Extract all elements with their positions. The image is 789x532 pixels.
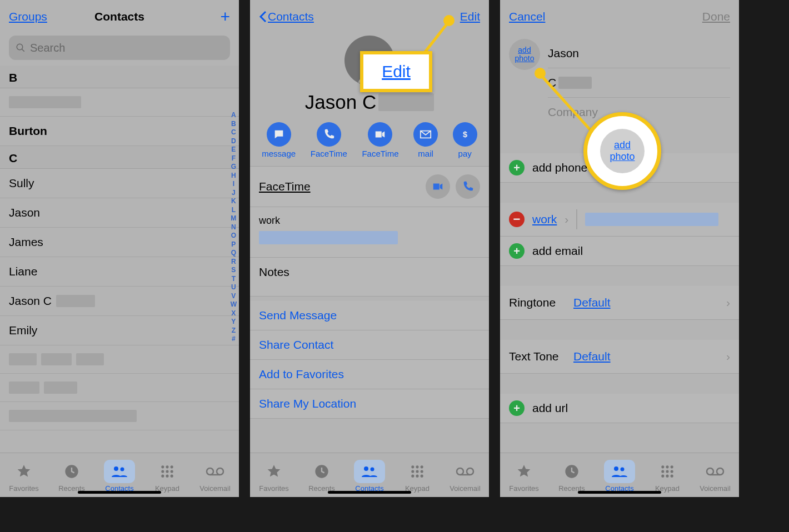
callout-anchor [443, 15, 455, 26]
add-email-row[interactable]: + add email [500, 237, 739, 266]
svg-point-23 [416, 465, 418, 468]
page-title: Contacts [94, 10, 144, 23]
tab-contacts[interactable]: Contacts [349, 460, 389, 493]
contact-detail-screen: Contacts Edit Jason C message FaceTime F… [250, 0, 489, 497]
svg-point-36 [621, 468, 625, 471]
send-message-link[interactable]: Send Message [250, 301, 489, 330]
facetime-call-button[interactable] [456, 174, 480, 199]
list-item[interactable] [0, 345, 239, 374]
texttone-row[interactable]: Text Tone Default › [500, 340, 739, 374]
svg-point-31 [457, 468, 463, 475]
facetime-video-action[interactable]: FaceTime [362, 122, 398, 158]
chevron-right-icon: › [726, 296, 730, 309]
tab-contacts[interactable]: Contacts [600, 460, 640, 493]
work-email-row[interactable]: work [250, 207, 489, 258]
done-button[interactable]: Done [702, 10, 730, 23]
list-item[interactable]: Sully [0, 169, 239, 198]
tab-voicemail[interactable]: Voicemail [195, 460, 235, 493]
tab-recents[interactable]: Recents [302, 460, 342, 493]
home-indicator[interactable] [328, 491, 411, 494]
alpha-index[interactable]: ABCDEFGHIJKLMNOPQRSTUVWXYZ# [231, 111, 237, 344]
list-item[interactable]: Burton [0, 117, 239, 146]
svg-point-28 [411, 475, 414, 478]
list-item[interactable]: Jason C [0, 287, 239, 316]
search-placeholder: Search [30, 42, 65, 54]
svg-point-47 [717, 468, 723, 475]
first-name-field[interactable]: Jason [548, 39, 730, 68]
svg-point-26 [416, 470, 418, 473]
facetime-video-button[interactable] [426, 174, 450, 199]
minus-icon[interactable]: − [509, 212, 525, 227]
tab-keypad[interactable]: Keypad [147, 460, 187, 493]
notes-row[interactable]: Notes [250, 258, 489, 297]
tab-keypad[interactable]: Keypad [397, 460, 437, 493]
edit-button[interactable]: Edit [460, 10, 480, 23]
tab-voicemail[interactable]: Voicemail [445, 460, 485, 493]
section-header-b: B [0, 66, 239, 88]
plus-icon: + [509, 243, 525, 259]
svg-point-37 [661, 465, 664, 468]
share-contact-link[interactable]: Share Contact [250, 330, 489, 360]
back-button[interactable]: Contacts [259, 10, 314, 23]
tab-recents[interactable]: Recents [552, 460, 592, 493]
svg-point-11 [161, 475, 164, 478]
tab-favorites[interactable]: Favorites [504, 460, 544, 493]
svg-point-15 [217, 468, 223, 475]
facetime-label: FaceTime [259, 180, 311, 193]
svg-point-21 [371, 468, 374, 471]
work-label: work [259, 215, 480, 227]
add-contact-button[interactable]: + [220, 7, 230, 26]
tab-keypad[interactable]: Keypad [647, 460, 687, 493]
svg-point-6 [166, 465, 168, 468]
add-photo-button[interactable]: add photo [509, 39, 540, 70]
svg-line-1 [22, 49, 24, 52]
contact-name: Jason C [250, 91, 489, 119]
work-email-edit-row[interactable]: − work › [500, 203, 739, 237]
list-item[interactable] [0, 374, 239, 402]
svg-point-43 [661, 475, 664, 478]
home-indicator[interactable] [78, 491, 161, 494]
plus-icon: + [509, 160, 525, 175]
share-location-link[interactable]: Share My Location [250, 389, 489, 419]
ringtone-row[interactable]: Ringtone Default › [500, 286, 739, 320]
add-favorites-link[interactable]: Add to Favorites [250, 360, 489, 389]
list-item[interactable] [0, 402, 239, 430]
svg-point-35 [614, 466, 618, 471]
svg-point-12 [166, 475, 168, 478]
mail-action[interactable]: mail [413, 122, 438, 158]
plus-icon: + [509, 400, 525, 416]
svg-point-38 [666, 465, 668, 468]
svg-point-3 [114, 466, 118, 471]
tab-recents[interactable]: Recents [52, 460, 92, 493]
last-name-field[interactable]: C [548, 68, 730, 98]
tab-favorites[interactable]: Favorites [4, 460, 44, 493]
pay-action[interactable]: $pay [453, 122, 477, 158]
tab-voicemail[interactable]: Voicemail [695, 460, 735, 493]
svg-point-41 [666, 470, 668, 473]
addphoto-callout: add photo [583, 112, 661, 190]
svg-point-20 [364, 466, 368, 471]
list-item[interactable]: Liane [0, 257, 239, 287]
search-input[interactable]: Search [9, 36, 230, 60]
facetime-row: FaceTime [250, 167, 489, 207]
home-indicator[interactable] [578, 491, 661, 494]
groups-link[interactable]: Groups [9, 10, 47, 23]
tab-favorites[interactable]: Favorites [254, 460, 294, 493]
list-item[interactable]: James [0, 228, 239, 257]
list-item[interactable]: Emily [0, 316, 239, 345]
svg-point-42 [671, 470, 673, 473]
add-url-row[interactable]: + add url [500, 394, 739, 423]
svg-point-8 [161, 470, 164, 473]
facetime-audio-action[interactable]: FaceTime [311, 122, 347, 158]
cancel-button[interactable]: Cancel [509, 10, 545, 23]
edit-callout: Edit [360, 51, 432, 92]
list-item[interactable]: Jason [0, 198, 239, 228]
tab-bar: FavoritesRecentsContactsKeypadVoicemail [0, 453, 239, 497]
list-item[interactable] [0, 88, 239, 117]
tab-bar: FavoritesRecentsContactsKeypadVoicemail [500, 453, 739, 497]
search-icon [16, 43, 26, 53]
header: Cancel Done [500, 0, 739, 33]
message-action[interactable]: message [262, 122, 296, 158]
tab-contacts[interactable]: Contacts [99, 460, 139, 493]
contacts-list[interactable]: B Burton C Sully Jason James Liane Jason… [0, 66, 239, 453]
